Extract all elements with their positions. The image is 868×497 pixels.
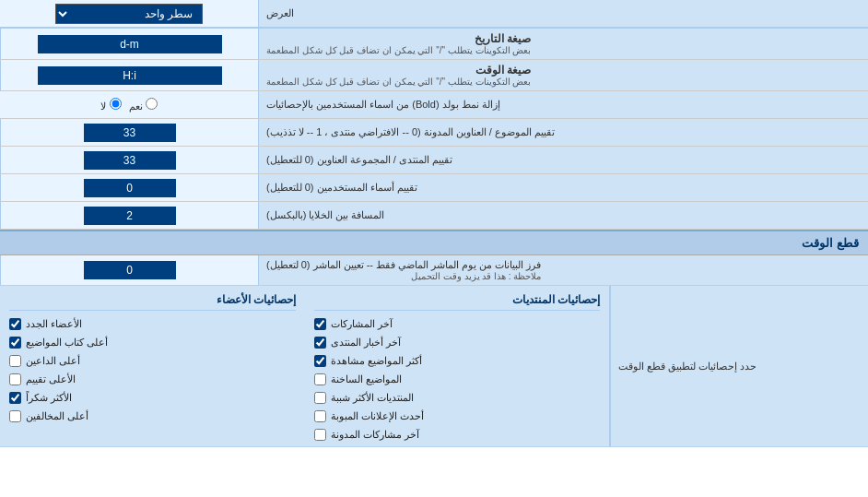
date-format-input-cell xyxy=(0,29,258,59)
forum-sort-label: تقييم المنتدى / المجموعة العناوين (0 للت… xyxy=(258,147,868,173)
cb-item: أعلى المخالفين xyxy=(9,408,296,424)
topics-sort-label: تقييم الموضوع / العناوين المدونة (0 -- ا… xyxy=(258,119,868,146)
stats-limit-label: حدد إحصائيات لتطبيق قطع الوقت xyxy=(610,286,868,446)
date-format-label: صيغة التاريخ بعض التكوينات يتطلب "/" الت… xyxy=(258,29,868,59)
forum-sort-input-cell xyxy=(0,147,258,173)
radio-yes[interactable] xyxy=(146,98,158,110)
page-wrapper: العرض سطر واحد سطرين ثلاثة أسطر صيغة الت… xyxy=(0,0,868,497)
cb-item: المواضيع الساخنة xyxy=(314,372,600,387)
forum-sort-title: تقييم المنتدى / المجموعة العناوين (0 للت… xyxy=(266,154,452,166)
cb-akhir-madwana[interactable] xyxy=(314,429,326,441)
cb-col-forums: إحصائيات المنتديات آخر المشاركات آخر أخب… xyxy=(305,286,610,446)
cb-aala-mukhalefen[interactable] xyxy=(9,410,21,422)
time-format-label: صيغة الوقت بعض التكوينات يتطلب "/" التي … xyxy=(258,60,868,90)
cb-aala-taqeem[interactable] xyxy=(9,373,21,385)
cb-item: أكثر المواضيع مشاهدة xyxy=(314,353,600,369)
date-format-row: صيغة التاريخ بعض التكوينات يتطلب "/" الت… xyxy=(0,29,868,60)
cb-item: الأعضاء الجدد xyxy=(9,316,296,332)
topics-sort-title: تقييم الموضوع / العناوين المدونة (0 -- ا… xyxy=(266,126,555,138)
col1-header: إحصائيات المنتديات xyxy=(314,290,600,311)
cb-item: آخر المشاركات xyxy=(314,316,600,332)
cb-item: أحدث الإعلانات المبوبة xyxy=(314,408,600,424)
date-format-title: صيغة التاريخ xyxy=(266,32,531,45)
cb-item: الأكثر شكراً xyxy=(9,390,296,406)
forum-sort-input[interactable] xyxy=(84,151,176,170)
display-dropdown[interactable]: سطر واحد سطرين ثلاثة أسطر xyxy=(55,4,203,24)
cutoff-days-input[interactable] xyxy=(84,261,176,279)
cb-item: أعلى الداعين xyxy=(9,353,296,369)
usernames-sort-row: تقييم أسماء المستخدمين (0 للتعطيل) xyxy=(0,174,868,202)
cb-aadaa-jodod[interactable] xyxy=(9,318,21,330)
cutoff-days-title: فرز البيانات من يوم الماشر الماضي فقط --… xyxy=(266,259,541,271)
topics-sort-row: تقييم الموضوع / العناوين المدونة (0 -- ا… xyxy=(0,119,868,147)
stats-checkboxes-row: حدد إحصائيات لتطبيق قطع الوقت إحصائيات ا… xyxy=(0,286,868,447)
radio-no-text: لا xyxy=(100,101,106,112)
radio-yes-text: نعم xyxy=(129,101,143,112)
spacing-label: المسافة بين الخلايا (بالبكسل) xyxy=(258,202,868,229)
date-format-sublabel: بعض التكوينات يتطلب "/" التي يمكن ان تضا… xyxy=(266,45,531,55)
top-label: العرض xyxy=(258,0,868,28)
cb-item: أعلى كتاب المواضيع xyxy=(9,335,296,350)
radio-no-label: لا xyxy=(100,98,121,112)
cb-item: آخر أخبار المنتدى xyxy=(314,335,600,350)
cb-item: المنتديات الأكثر شببة xyxy=(314,390,600,406)
cb-item: الأعلى تقييم xyxy=(9,372,296,387)
cb-akthar-shukran[interactable] xyxy=(9,392,21,404)
cb-akhir-mosharkaat[interactable] xyxy=(314,318,326,330)
cutoff-days-row: فرز البيانات من يوم الماشر الماضي فقط --… xyxy=(0,255,868,286)
cb-akhir-akhbar[interactable] xyxy=(314,337,326,349)
date-format-input[interactable] xyxy=(38,35,222,53)
bold-remove-row: إزالة نمط بولد (Bold) من اسماء المستخدمي… xyxy=(0,91,868,119)
cb-aala-kottab[interactable] xyxy=(9,337,21,349)
cb-ahdath-eilanat[interactable] xyxy=(314,410,326,422)
cutoff-days-sublabel: ملاحظة : هذا قد يزيد وقت التحميل xyxy=(266,271,541,281)
cb-muntadayat-akthar[interactable] xyxy=(314,392,326,404)
radio-no[interactable] xyxy=(110,98,122,110)
bold-remove-radio-group: نعم لا xyxy=(100,98,157,112)
stats-limit-title: حدد إحصائيات لتطبيق قطع الوقت xyxy=(618,361,757,373)
bold-remove-label: إزالة نمط بولد (Bold) من اسماء المستخدمي… xyxy=(258,91,868,118)
time-format-row: صيغة الوقت بعض التكوينات يتطلب "/" التي … xyxy=(0,60,868,91)
radio-yes-label: نعم xyxy=(129,98,158,112)
forum-sort-row: تقييم المنتدى / المجموعة العناوين (0 للت… xyxy=(0,147,868,174)
usernames-sort-input[interactable] xyxy=(84,179,176,197)
usernames-sort-input-cell xyxy=(0,174,258,201)
usernames-sort-label: تقييم أسماء المستخدمين (0 للتعطيل) xyxy=(258,174,868,201)
top-label-text: العرض xyxy=(266,7,294,19)
spacing-input[interactable] xyxy=(84,207,176,225)
usernames-sort-title: تقييم أسماء المستخدمين (0 للتعطيل) xyxy=(266,182,417,194)
checkboxes-block: إحصائيات المنتديات آخر المشاركات آخر أخب… xyxy=(0,286,610,446)
cb-aala-daeen[interactable] xyxy=(9,355,21,367)
topics-sort-input[interactable] xyxy=(84,124,176,142)
time-format-title: صيغة الوقت xyxy=(266,64,531,77)
top-row: العرض سطر واحد سطرين ثلاثة أسطر xyxy=(0,0,868,29)
cutoff-section-title: قطع الوقت xyxy=(802,236,859,250)
topics-sort-input-cell xyxy=(0,119,258,146)
cb-akthar-mawadeeh[interactable] xyxy=(314,355,326,367)
bold-remove-title: إزالة نمط بولد (Bold) من اسماء المستخدمي… xyxy=(266,99,500,111)
cb-col-members: إحصائيات الأعضاء الأعضاء الجدد أعلى كتاب… xyxy=(0,286,305,446)
time-format-input-cell xyxy=(0,60,258,90)
cb-mawadeeh-sakhna[interactable] xyxy=(314,373,326,385)
spacing-row: المسافة بين الخلايا (بالبكسل) xyxy=(0,202,868,230)
spacing-title: المسافة بين الخلايا (بالبكسل) xyxy=(266,209,385,221)
dropdown-cell: سطر واحد سطرين ثلاثة أسطر xyxy=(0,0,258,28)
cutoff-section-header: قطع الوقت xyxy=(0,230,868,255)
cb-item: آخر مشاركات المدونة xyxy=(314,427,600,443)
time-format-input[interactable] xyxy=(38,66,222,85)
spacing-input-cell xyxy=(0,202,258,229)
time-format-sublabel: بعض التكوينات يتطلب "/" التي يمكن ان تضا… xyxy=(266,77,531,87)
col2-header: إحصائيات الأعضاء xyxy=(9,290,296,311)
bold-remove-radio-cell: نعم لا xyxy=(0,91,258,118)
cutoff-days-input-cell xyxy=(0,255,258,285)
cutoff-days-label: فرز البيانات من يوم الماشر الماضي فقط --… xyxy=(258,255,868,285)
